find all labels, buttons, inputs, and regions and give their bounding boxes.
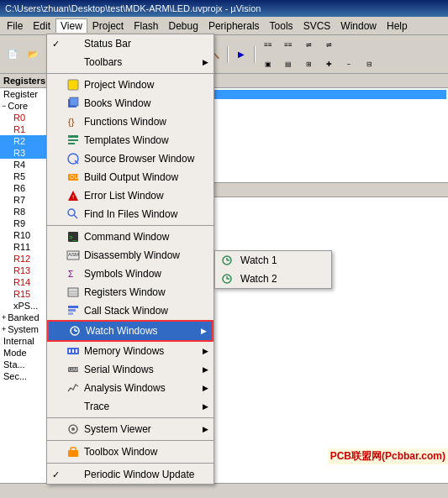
menu-templates-window[interactable]: Templates Window: [47, 131, 213, 149]
toolbar-sep4: [227, 46, 229, 63]
toolbar-btn-d[interactable]: ⇌: [319, 35, 338, 54]
menu-peripherals[interactable]: Peripherals: [203, 18, 265, 34]
view-menu: ✓ Status Bar Toolbars ▶ Project Window: [46, 34, 214, 485]
label-books-window: Books Window: [84, 97, 208, 109]
menu-debug[interactable]: Debug: [164, 18, 203, 34]
label-memory-windows: Memory Windows: [84, 345, 199, 357]
svg-text:{}: {}: [68, 117, 75, 127]
icon-error-list-window: !: [66, 189, 81, 202]
icon-status-bar: [66, 37, 81, 50]
expand-system-icon[interactable]: +: [2, 325, 6, 333]
svg-rect-23: [68, 306, 78, 308]
toolbar-btn-c[interactable]: ⇌: [299, 35, 318, 54]
svg-text:OUT: OUT: [70, 174, 80, 180]
menu-build-output-window[interactable]: OUT Build Output Window: [47, 168, 213, 186]
expand-icon[interactable]: −: [2, 102, 6, 110]
menu-flash[interactable]: Flash: [129, 18, 163, 34]
icon-toolbars: [66, 55, 81, 69]
sep4: [47, 440, 213, 441]
menu-functions-window[interactable]: {} Functions Window: [47, 113, 213, 131]
svg-point-36: [71, 427, 75, 431]
menu-watch-windows[interactable]: Watch Windows ▶: [47, 320, 213, 342]
menu-trace[interactable]: Trace ▶: [47, 397, 213, 416]
menu-project-window[interactable]: Project Window: [47, 76, 213, 94]
icon-find-in-files-window: [66, 207, 81, 221]
svg-rect-6: [68, 143, 75, 144]
toolbar-btn-i[interactable]: −: [340, 55, 358, 73]
arrow-serial-windows: ▶: [203, 365, 208, 374]
menu-call-stack-window[interactable]: Call Stack Window: [47, 301, 213, 320]
menu-analysis-windows[interactable]: Analysis Windows ▶: [47, 379, 213, 397]
toolbar-btn-b[interactable]: ≡≡: [279, 35, 298, 54]
menu-status-bar[interactable]: ✓ Status Bar: [47, 34, 213, 53]
label-symbols-window: Symbols Window: [84, 268, 208, 280]
menu-find-in-files-window[interactable]: Find In Files Window: [47, 205, 213, 223]
title-bar: C:\Users\zhuan\Desktop\test\MDK-ARM\LED.…: [0, 0, 448, 17]
label-build-output-window: Build Output Window: [84, 171, 208, 183]
menu-help[interactable]: Help: [382, 18, 413, 34]
svg-rect-24: [68, 309, 76, 312]
menu-command-window[interactable]: >_ Command Window: [47, 228, 213, 246]
label-serial-windows: Serial Windows: [84, 364, 199, 375]
menu-toolbars[interactable]: Toolbars ▶: [47, 53, 213, 71]
menu-serial-windows[interactable]: UART Serial Windows ▶: [47, 360, 213, 379]
svg-rect-2: [70, 97, 78, 106]
icon-disassembly-window: ASM: [66, 249, 81, 262]
menu-project[interactable]: Project: [87, 18, 129, 34]
icon-serial-windows: UART: [66, 363, 81, 376]
label-status-bar: Status Bar: [84, 38, 208, 50]
menu-file[interactable]: File: [2, 18, 28, 34]
watermark: PCB联盟网(Pcbbar.com): [328, 448, 448, 464]
label-periodic-window-update: Periodic Window Update: [84, 469, 208, 480]
label-toolbars: Toolbars: [84, 56, 199, 68]
toolbar-new[interactable]: 📄: [3, 45, 22, 64]
menu-memory-windows[interactable]: Memory Windows ▶: [47, 342, 213, 360]
svg-rect-31: [72, 349, 74, 353]
icon-books-window: [66, 97, 81, 110]
toolbar-debug[interactable]: ▶: [232, 45, 250, 64]
arrow-memory-windows: ▶: [203, 347, 208, 355]
label-watch2: Watch 2: [240, 273, 277, 285]
menu-edit[interactable]: Edit: [28, 18, 55, 34]
menu-periodic-window-update[interactable]: ✓ Periodic Window Update: [47, 465, 213, 484]
toolbar-btn-f[interactable]: ▤: [279, 55, 298, 73]
label-system-viewer: System Viewer: [84, 423, 199, 435]
icon-periodic-window-update: [66, 468, 81, 481]
svg-text:UART: UART: [69, 367, 80, 372]
icon-toolbox-window: [66, 445, 81, 459]
icon-trace: [66, 400, 81, 413]
label-analysis-windows: Analysis Windows: [84, 382, 199, 394]
toolbar-btn-h[interactable]: ✚: [319, 55, 338, 73]
icon-templates-window: [66, 134, 81, 147]
toolbar-btn-g[interactable]: ⊞: [299, 55, 318, 73]
menu-error-list-window[interactable]: ! Error List Window: [47, 186, 213, 205]
toolbar-btn-e[interactable]: ▣: [259, 55, 277, 73]
menu-toolbox-window[interactable]: Toolbox Window: [47, 443, 213, 461]
menu-books-window[interactable]: Books Window: [47, 94, 213, 113]
menu-window[interactable]: Window: [335, 18, 382, 34]
toolbar-open[interactable]: 📂: [24, 45, 42, 64]
svg-rect-30: [69, 349, 71, 353]
icon-watch2: [220, 272, 237, 286]
svg-rect-4: [68, 135, 78, 138]
menu-disassembly-window[interactable]: ASM Disassembly Window: [47, 246, 213, 265]
submenu-watch1[interactable]: Watch 1: [215, 251, 331, 270]
svg-text:!: !: [72, 193, 74, 201]
menu-symbols-window[interactable]: Σ Symbols Window: [47, 265, 213, 283]
menu-svcs[interactable]: SVCS: [298, 18, 336, 34]
menu-source-browser-window[interactable]: Source Browser Window: [47, 149, 213, 168]
menu-view[interactable]: View: [55, 18, 87, 33]
toolbar-sep5: [254, 46, 256, 63]
expand-banked-icon[interactable]: +: [2, 313, 6, 322]
icon-memory-windows: [66, 344, 81, 358]
submenu-watch2[interactable]: Watch 2: [215, 270, 331, 288]
menu-tools[interactable]: Tools: [265, 18, 298, 34]
label-disassembly-window: Disassembly Window: [84, 249, 208, 261]
label-find-in-files-window: Find In Files Window: [84, 208, 208, 220]
menu-system-viewer[interactable]: System Viewer ▶: [47, 420, 213, 438]
arrow-trace: ▶: [203, 402, 208, 411]
toolbar-btn-j[interactable]: ⊟: [360, 55, 378, 73]
toolbar-btn-a[interactable]: ≡≡: [259, 35, 277, 54]
menu-registers-window[interactable]: Registers Window: [47, 283, 213, 301]
label-registers-window: Registers Window: [84, 286, 208, 298]
